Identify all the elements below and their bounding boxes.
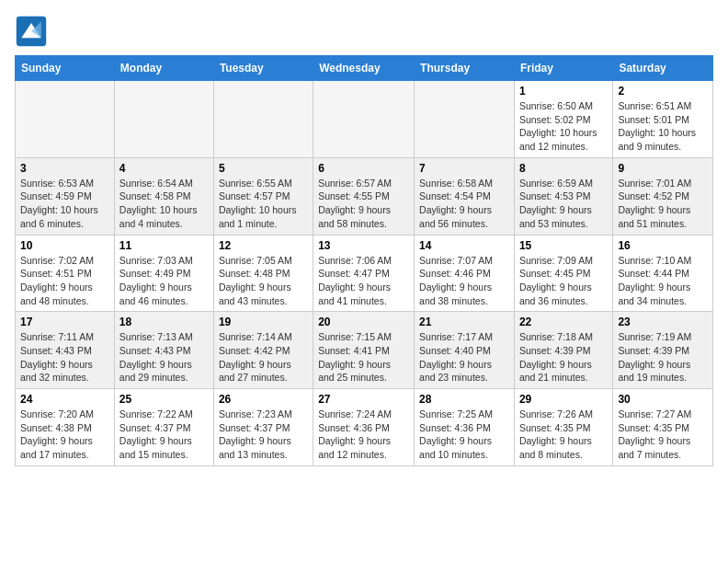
calendar-cell: 21Sunrise: 7:17 AM Sunset: 4:40 PM Dayli…: [415, 312, 515, 389]
calendar-cell: 26Sunrise: 7:23 AM Sunset: 4:37 PM Dayli…: [213, 389, 313, 466]
day-number: 21: [419, 316, 509, 328]
calendar-table: SundayMondayTuesdayWednesdayThursdayFrid…: [15, 55, 713, 466]
day-number: 12: [219, 239, 308, 252]
calendar-cell: [114, 81, 213, 158]
calendar-week-row: 10Sunrise: 7:02 AM Sunset: 4:51 PM Dayli…: [16, 235, 713, 312]
day-info: Sunrise: 7:07 AM Sunset: 4:46 PM Dayligh…: [419, 255, 493, 306]
logo: [15, 15, 51, 48]
calendar-cell: 20Sunrise: 7:15 AM Sunset: 4:41 PM Dayli…: [313, 312, 415, 389]
calendar-cell: 27Sunrise: 7:24 AM Sunset: 4:36 PM Dayli…: [313, 389, 415, 466]
day-info: Sunrise: 7:25 AM Sunset: 4:36 PM Dayligh…: [419, 408, 493, 460]
day-info: Sunrise: 6:58 AM Sunset: 4:54 PM Dayligh…: [419, 178, 493, 229]
day-number: 16: [618, 239, 708, 252]
calendar-cell: 3Sunrise: 6:53 AM Sunset: 4:59 PM Daylig…: [16, 157, 115, 235]
day-info: Sunrise: 7:05 AM Sunset: 4:48 PM Dayligh…: [219, 255, 292, 306]
day-number: 18: [119, 316, 209, 328]
calendar-cell: 4Sunrise: 6:54 AM Sunset: 4:58 PM Daylig…: [114, 157, 213, 235]
day-number: 1: [519, 85, 608, 98]
day-number: 9: [618, 162, 708, 175]
day-info: Sunrise: 7:14 AM Sunset: 4:42 PM Dayligh…: [219, 331, 292, 383]
day-info: Sunrise: 7:09 AM Sunset: 4:45 PM Dayligh…: [519, 255, 593, 306]
calendar-cell: 5Sunrise: 6:55 AM Sunset: 4:57 PM Daylig…: [213, 157, 313, 235]
calendar-cell: 9Sunrise: 7:01 AM Sunset: 4:52 PM Daylig…: [613, 157, 713, 235]
day-number: 5: [219, 162, 308, 175]
day-number: 17: [20, 316, 109, 328]
day-info: Sunrise: 7:01 AM Sunset: 4:52 PM Dayligh…: [618, 178, 691, 229]
day-info: Sunrise: 6:59 AM Sunset: 4:53 PM Dayligh…: [519, 178, 593, 229]
weekday-header: Sunday: [16, 56, 115, 81]
day-info: Sunrise: 6:57 AM Sunset: 4:55 PM Dayligh…: [318, 178, 392, 229]
day-info: Sunrise: 6:54 AM Sunset: 4:58 PM Dayligh…: [119, 178, 198, 229]
weekday-header: Thursday: [415, 56, 515, 81]
day-info: Sunrise: 6:55 AM Sunset: 4:57 PM Dayligh…: [219, 178, 297, 229]
day-info: Sunrise: 7:10 AM Sunset: 4:44 PM Dayligh…: [618, 255, 691, 306]
calendar-cell: 2Sunrise: 6:51 AM Sunset: 5:01 PM Daylig…: [613, 81, 713, 158]
calendar-week-row: 24Sunrise: 7:20 AM Sunset: 4:38 PM Dayli…: [16, 389, 713, 466]
calendar-cell: 18Sunrise: 7:13 AM Sunset: 4:43 PM Dayli…: [114, 312, 213, 389]
day-info: Sunrise: 7:06 AM Sunset: 4:47 PM Dayligh…: [318, 255, 392, 306]
day-number: 28: [419, 393, 509, 406]
day-info: Sunrise: 7:15 AM Sunset: 4:41 PM Dayligh…: [318, 331, 392, 383]
calendar-cell: 28Sunrise: 7:25 AM Sunset: 4:36 PM Dayli…: [415, 389, 515, 466]
day-info: Sunrise: 6:53 AM Sunset: 4:59 PM Dayligh…: [20, 178, 98, 229]
day-number: 11: [119, 239, 209, 252]
day-info: Sunrise: 7:20 AM Sunset: 4:38 PM Dayligh…: [20, 408, 94, 460]
calendar-cell: 8Sunrise: 6:59 AM Sunset: 4:53 PM Daylig…: [514, 157, 612, 235]
calendar-week-row: 3Sunrise: 6:53 AM Sunset: 4:59 PM Daylig…: [16, 157, 713, 235]
calendar-cell: [415, 81, 515, 158]
day-info: Sunrise: 7:11 AM Sunset: 4:43 PM Dayligh…: [20, 331, 94, 383]
calendar-cell: 7Sunrise: 6:58 AM Sunset: 4:54 PM Daylig…: [415, 157, 515, 235]
weekday-header: Wednesday: [313, 56, 415, 81]
logo-icon: [15, 15, 48, 48]
day-info: Sunrise: 7:19 AM Sunset: 4:39 PM Dayligh…: [618, 331, 691, 383]
calendar-cell: 1Sunrise: 6:50 AM Sunset: 5:02 PM Daylig…: [514, 81, 612, 158]
page-header: [15, 15, 713, 48]
calendar-cell: 15Sunrise: 7:09 AM Sunset: 4:45 PM Dayli…: [514, 235, 612, 312]
day-number: 24: [20, 393, 109, 406]
day-number: 2: [618, 85, 708, 98]
day-number: 25: [119, 393, 209, 406]
day-number: 15: [519, 239, 608, 252]
calendar-cell: 11Sunrise: 7:03 AM Sunset: 4:49 PM Dayli…: [114, 235, 213, 312]
day-info: Sunrise: 7:23 AM Sunset: 4:37 PM Dayligh…: [219, 408, 292, 460]
weekday-header: Tuesday: [213, 56, 313, 81]
day-number: 23: [618, 316, 708, 328]
day-number: 29: [519, 393, 608, 406]
calendar-cell: 17Sunrise: 7:11 AM Sunset: 4:43 PM Dayli…: [16, 312, 115, 389]
calendar-cell: 25Sunrise: 7:22 AM Sunset: 4:37 PM Dayli…: [114, 389, 213, 466]
day-info: Sunrise: 7:26 AM Sunset: 4:35 PM Dayligh…: [519, 408, 593, 460]
weekday-header: Monday: [114, 56, 213, 81]
calendar-cell: 12Sunrise: 7:05 AM Sunset: 4:48 PM Dayli…: [213, 235, 313, 312]
day-info: Sunrise: 6:51 AM Sunset: 5:01 PM Dayligh…: [618, 100, 696, 152]
day-number: 6: [318, 162, 409, 175]
day-number: 13: [318, 239, 409, 252]
day-info: Sunrise: 7:03 AM Sunset: 4:49 PM Dayligh…: [119, 255, 193, 306]
day-number: 10: [20, 239, 109, 252]
calendar-cell: 16Sunrise: 7:10 AM Sunset: 4:44 PM Dayli…: [613, 235, 713, 312]
calendar-cell: [213, 81, 313, 158]
calendar-cell: 6Sunrise: 6:57 AM Sunset: 4:55 PM Daylig…: [313, 157, 415, 235]
day-info: Sunrise: 7:13 AM Sunset: 4:43 PM Dayligh…: [119, 331, 193, 383]
calendar-cell: 30Sunrise: 7:27 AM Sunset: 4:35 PM Dayli…: [613, 389, 713, 466]
calendar-cell: 13Sunrise: 7:06 AM Sunset: 4:47 PM Dayli…: [313, 235, 415, 312]
calendar-cell: 19Sunrise: 7:14 AM Sunset: 4:42 PM Dayli…: [213, 312, 313, 389]
day-number: 26: [219, 393, 308, 406]
day-info: Sunrise: 7:22 AM Sunset: 4:37 PM Dayligh…: [119, 408, 193, 460]
day-info: Sunrise: 7:18 AM Sunset: 4:39 PM Dayligh…: [519, 331, 593, 383]
calendar-cell: [313, 81, 415, 158]
day-number: 27: [318, 393, 409, 406]
calendar-cell: 14Sunrise: 7:07 AM Sunset: 4:46 PM Dayli…: [415, 235, 515, 312]
weekday-header: Saturday: [613, 56, 713, 81]
calendar-cell: 24Sunrise: 7:20 AM Sunset: 4:38 PM Dayli…: [16, 389, 115, 466]
calendar-cell: 10Sunrise: 7:02 AM Sunset: 4:51 PM Dayli…: [16, 235, 115, 312]
day-number: 8: [519, 162, 608, 175]
day-info: Sunrise: 6:50 AM Sunset: 5:02 PM Dayligh…: [519, 100, 597, 152]
calendar-week-row: 17Sunrise: 7:11 AM Sunset: 4:43 PM Dayli…: [16, 312, 713, 389]
day-info: Sunrise: 7:24 AM Sunset: 4:36 PM Dayligh…: [318, 408, 392, 460]
calendar-cell: 22Sunrise: 7:18 AM Sunset: 4:39 PM Dayli…: [514, 312, 612, 389]
day-number: 3: [20, 162, 109, 175]
day-number: 4: [119, 162, 209, 175]
calendar-cell: 29Sunrise: 7:26 AM Sunset: 4:35 PM Dayli…: [514, 389, 612, 466]
calendar-cell: [16, 81, 115, 158]
day-info: Sunrise: 7:27 AM Sunset: 4:35 PM Dayligh…: [618, 408, 691, 460]
